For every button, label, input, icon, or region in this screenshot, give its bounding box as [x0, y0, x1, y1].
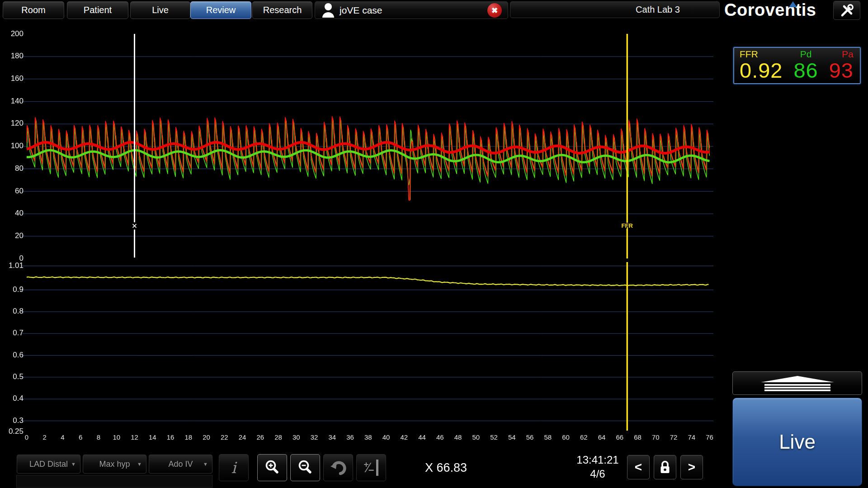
cath-lab-label: Cath Lab 3 [510, 1, 720, 18]
brand-text: Coroventis [724, 0, 816, 20]
lock-icon [659, 460, 671, 474]
zoom-out-button[interactable] [290, 454, 320, 481]
recording-page: 4/6 [571, 467, 625, 481]
logo-caret-icon [789, 1, 797, 7]
lock-button[interactable] [654, 455, 676, 479]
expand-panel-button[interactable] [732, 371, 862, 395]
cursor-time: 13:41:21 [571, 453, 625, 467]
pd-label: Pd [800, 49, 812, 59]
chevron-down-icon: ▼ [137, 461, 142, 467]
chevron-down-icon: ▼ [71, 461, 76, 467]
hyperemia-dropdown[interactable]: Max hyp ▼ [83, 455, 146, 474]
pa-label: Pa [842, 49, 854, 59]
ffr-readout-panel: FFR 0.92 Pd 86 Pa 93 [733, 47, 861, 84]
info-icon: i [231, 459, 236, 477]
plus-minus-icon: +∕− [364, 460, 379, 476]
tab-patient[interactable]: Patient [67, 1, 128, 19]
pd-value: 86 [793, 59, 818, 81]
pa-column: Pa 93 [829, 49, 854, 83]
plus-minus-button[interactable]: +∕− [356, 454, 386, 481]
close-case-icon[interactable]: ✖ [487, 3, 502, 18]
tools-icon [839, 3, 855, 18]
live-button[interactable]: Live [732, 398, 862, 486]
pa-value: 93 [829, 59, 854, 81]
tools-button[interactable] [833, 1, 860, 20]
tab-research[interactable]: Research [252, 1, 312, 19]
ffr-value: 0.92 [740, 59, 783, 81]
case-tab-label: joVE case [340, 5, 382, 16]
undo-icon [329, 460, 347, 476]
top-bar: Room Patient Live Review Research joVE c… [0, 0, 868, 20]
tab-live[interactable]: Live [130, 1, 190, 19]
tab-case[interactable]: joVE case ✖ [315, 1, 508, 19]
patient-icon [321, 3, 335, 18]
annotation-strip [16, 475, 212, 488]
zoom-out-icon [297, 460, 313, 476]
prev-recording-button[interactable]: < [627, 455, 650, 479]
zoom-in-button[interactable] [257, 454, 287, 481]
agent-dropdown[interactable]: Ado IV ▼ [149, 455, 212, 474]
next-recording-button[interactable]: > [680, 455, 703, 479]
hyperemia-dropdown-label: Max hyp [99, 460, 130, 469]
ffr-column: FFR 0.92 [740, 49, 783, 83]
coroventis-logo: Coroventis [724, 0, 816, 20]
chevron-down-icon: ▼ [203, 461, 208, 467]
pd-column: Pd 86 [793, 49, 818, 83]
vessel-dropdown[interactable]: LAD Distal ▼ [17, 455, 80, 474]
agent-dropdown-label: Ado IV [168, 460, 193, 469]
time-page-block: 13:41:21 4/6 [571, 453, 625, 481]
zoom-in-icon [264, 460, 280, 476]
tab-review[interactable]: Review [190, 1, 251, 19]
expand-up-icon [759, 375, 836, 391]
ffr-label: FFR [740, 49, 783, 59]
undo-button[interactable] [323, 454, 353, 481]
info-button[interactable]: i [219, 454, 249, 481]
vessel-dropdown-label: LAD Distal [29, 460, 68, 469]
cursor-x-readout: X 66.83 [425, 461, 467, 475]
tab-room[interactable]: Room [3, 1, 64, 19]
